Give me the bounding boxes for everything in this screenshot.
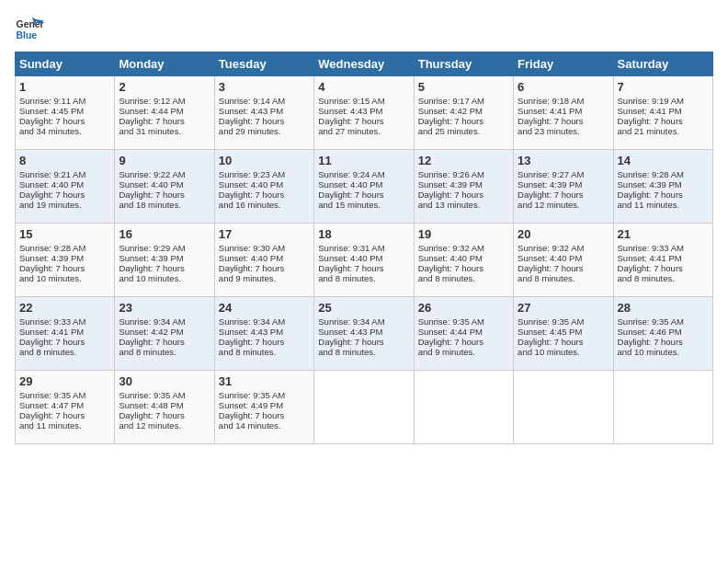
day-cell: 1Sunrise: 9:11 AMSunset: 4:45 PMDaylight… xyxy=(16,76,115,150)
sunrise-text: Sunrise: 9:33 AM xyxy=(19,316,110,327)
day-number: 29 xyxy=(19,374,110,388)
sunrise-text: Sunrise: 9:11 AM xyxy=(19,96,110,106)
daylight-text: Daylight: 7 hours xyxy=(119,116,210,126)
day-cell: 31Sunrise: 9:35 AMSunset: 4:49 PMDayligh… xyxy=(214,371,313,444)
calendar-body: 1Sunrise: 9:11 AMSunset: 4:45 PMDaylight… xyxy=(16,76,713,444)
day-cell: 10Sunrise: 9:23 AMSunset: 4:40 PMDayligh… xyxy=(214,150,313,224)
day-number: 25 xyxy=(318,301,409,315)
sunset-text: Sunset: 4:45 PM xyxy=(518,327,609,337)
sunset-text: Sunset: 4:39 PM xyxy=(19,253,110,263)
day-number: 27 xyxy=(518,301,609,315)
day-number: 14 xyxy=(618,154,709,167)
day-number: 1 xyxy=(19,80,110,94)
day-number: 31 xyxy=(219,374,310,388)
day-cell: 29Sunrise: 9:35 AMSunset: 4:47 PMDayligh… xyxy=(16,371,115,444)
daylight-text: Daylight: 7 hours xyxy=(418,337,509,347)
week-row-3: 15Sunrise: 9:28 AMSunset: 4:39 PMDayligh… xyxy=(16,224,713,297)
day-number: 16 xyxy=(119,227,210,241)
sunrise-text: Sunrise: 9:17 AM xyxy=(418,96,509,106)
daylight-text: Daylight: 7 hours xyxy=(318,263,409,273)
sunrise-text: Sunrise: 9:26 AM xyxy=(418,169,509,179)
sunset-text: Sunset: 4:40 PM xyxy=(418,253,509,263)
sunrise-text: Sunrise: 9:30 AM xyxy=(219,243,310,253)
daylight-text: Daylight: 7 hours xyxy=(318,190,409,200)
daylight-text: Daylight: 7 hours xyxy=(119,190,210,200)
daylight-and-text: and 9 minutes. xyxy=(418,347,509,357)
daylight-text: Daylight: 7 hours xyxy=(19,410,110,420)
daylight-and-text: and 18 minutes. xyxy=(119,200,210,210)
daylight-text: Daylight: 7 hours xyxy=(518,263,609,273)
daylight-and-text: and 8 minutes. xyxy=(219,347,310,357)
daylight-and-text: and 10 minutes. xyxy=(618,347,709,357)
daylight-text: Daylight: 7 hours xyxy=(418,190,509,200)
week-row-2: 8Sunrise: 9:21 AMSunset: 4:40 PMDaylight… xyxy=(16,150,713,224)
day-cell: 17Sunrise: 9:30 AMSunset: 4:40 PMDayligh… xyxy=(214,224,313,297)
daylight-text: Daylight: 7 hours xyxy=(518,190,609,200)
day-cell: 25Sunrise: 9:34 AMSunset: 4:43 PMDayligh… xyxy=(314,297,414,371)
sunrise-text: Sunrise: 9:35 AM xyxy=(618,316,709,327)
header-cell-friday: Friday xyxy=(514,52,613,76)
day-cell xyxy=(613,371,712,444)
sunset-text: Sunset: 4:44 PM xyxy=(418,327,509,337)
sunrise-text: Sunrise: 9:18 AM xyxy=(518,96,609,106)
daylight-and-text: and 29 minutes. xyxy=(219,126,310,136)
daylight-and-text: and 8 minutes. xyxy=(318,347,409,357)
daylight-text: Daylight: 7 hours xyxy=(418,116,509,126)
daylight-and-text: and 9 minutes. xyxy=(219,273,310,283)
daylight-and-text: and 31 minutes. xyxy=(119,126,210,136)
sunrise-text: Sunrise: 9:34 AM xyxy=(219,316,310,327)
day-number: 26 xyxy=(418,301,509,315)
sunrise-text: Sunrise: 9:35 AM xyxy=(418,316,509,327)
daylight-text: Daylight: 7 hours xyxy=(19,116,110,126)
header-cell-monday: Monday xyxy=(115,52,214,76)
sunset-text: Sunset: 4:45 PM xyxy=(19,106,110,116)
daylight-text: Daylight: 7 hours xyxy=(219,190,310,200)
sunset-text: Sunset: 4:39 PM xyxy=(518,179,609,190)
sunrise-text: Sunrise: 9:23 AM xyxy=(219,169,310,179)
day-cell: 19Sunrise: 9:32 AMSunset: 4:40 PMDayligh… xyxy=(414,224,513,297)
sunrise-text: Sunrise: 9:32 AM xyxy=(418,243,509,253)
header-cell-sunday: Sunday xyxy=(16,52,115,76)
sunset-text: Sunset: 4:43 PM xyxy=(318,106,409,116)
header: General Blue xyxy=(15,15,713,44)
sunset-text: Sunset: 4:40 PM xyxy=(219,253,310,263)
day-cell: 24Sunrise: 9:34 AMSunset: 4:43 PMDayligh… xyxy=(214,297,313,371)
daylight-and-text: and 16 minutes. xyxy=(219,200,310,210)
day-cell: 18Sunrise: 9:31 AMSunset: 4:40 PMDayligh… xyxy=(314,224,414,297)
sunrise-text: Sunrise: 9:35 AM xyxy=(119,390,210,400)
sunset-text: Sunset: 4:39 PM xyxy=(618,179,709,190)
sunrise-text: Sunrise: 9:29 AM xyxy=(119,243,210,253)
day-number: 5 xyxy=(418,80,509,94)
sunset-text: Sunset: 4:40 PM xyxy=(318,253,409,263)
sunrise-text: Sunrise: 9:35 AM xyxy=(19,390,110,400)
day-number: 24 xyxy=(219,301,310,315)
day-number: 23 xyxy=(119,301,210,315)
day-cell: 26Sunrise: 9:35 AMSunset: 4:44 PMDayligh… xyxy=(414,297,513,371)
header-cell-tuesday: Tuesday xyxy=(214,52,313,76)
sunrise-text: Sunrise: 9:32 AM xyxy=(518,243,609,253)
sunset-text: Sunset: 4:48 PM xyxy=(119,400,210,410)
logo: General Blue xyxy=(15,15,48,44)
daylight-and-text: and 25 minutes. xyxy=(418,126,509,136)
day-cell: 5Sunrise: 9:17 AMSunset: 4:42 PMDaylight… xyxy=(414,76,513,150)
sunrise-text: Sunrise: 9:24 AM xyxy=(318,169,409,179)
sunset-text: Sunset: 4:47 PM xyxy=(19,400,110,410)
calendar-header: SundayMondayTuesdayWednesdayThursdayFrid… xyxy=(16,52,713,76)
svg-text:Blue: Blue xyxy=(17,30,38,40)
daylight-text: Daylight: 7 hours xyxy=(418,263,509,273)
day-number: 19 xyxy=(418,227,509,241)
daylight-and-text: and 8 minutes. xyxy=(418,273,509,283)
daylight-text: Daylight: 7 hours xyxy=(19,190,110,200)
daylight-text: Daylight: 7 hours xyxy=(618,263,709,273)
sunset-text: Sunset: 4:42 PM xyxy=(418,106,509,116)
day-cell xyxy=(414,371,513,444)
day-cell: 2Sunrise: 9:12 AMSunset: 4:44 PMDaylight… xyxy=(115,76,214,150)
calendar-table: SundayMondayTuesdayWednesdayThursdayFrid… xyxy=(15,52,713,444)
daylight-text: Daylight: 7 hours xyxy=(618,190,709,200)
sunset-text: Sunset: 4:41 PM xyxy=(618,253,709,263)
day-cell: 4Sunrise: 9:15 AMSunset: 4:43 PMDaylight… xyxy=(314,76,414,150)
day-number: 11 xyxy=(318,154,409,167)
daylight-and-text: and 12 minutes. xyxy=(119,420,210,431)
daylight-and-text: and 27 minutes. xyxy=(318,126,409,136)
day-cell: 3Sunrise: 9:14 AMSunset: 4:43 PMDaylight… xyxy=(214,76,313,150)
